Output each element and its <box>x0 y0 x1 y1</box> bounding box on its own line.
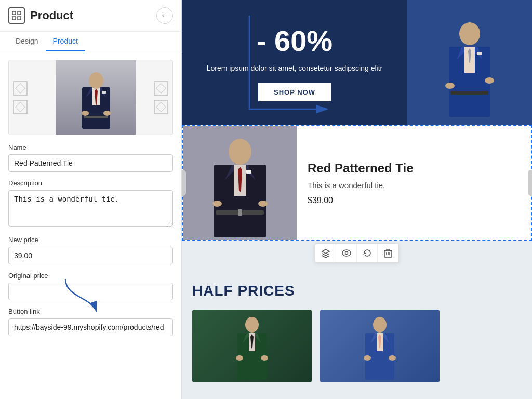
product-card-image <box>183 126 297 240</box>
svg-point-11 <box>82 111 89 116</box>
svg-point-12 <box>103 111 111 116</box>
scroll-handle-left[interactable] <box>182 170 186 196</box>
product-thumb-2 <box>320 310 440 382</box>
svg-rect-36 <box>238 209 242 216</box>
product-grid <box>192 310 522 382</box>
svg-point-59 <box>389 355 396 361</box>
banner-right-image <box>407 0 532 125</box>
svg-point-50 <box>236 355 243 361</box>
banner-discount: - 60% <box>257 24 332 58</box>
original-price-label: Original price <box>8 272 173 280</box>
description-group: Description This is a wonderful tie. <box>8 179 173 229</box>
new-price-group: New price <box>8 236 173 264</box>
product-card-price: $39.00 <box>308 196 521 205</box>
layers-button[interactable] <box>315 244 336 262</box>
banner-left: - 60% Lorem ipsum dolor sit amet, conset… <box>182 0 407 125</box>
panel-header: Product ← <box>0 0 181 32</box>
svg-rect-21 <box>477 52 482 55</box>
product-image-preview <box>8 60 173 135</box>
delete-button[interactable] <box>378 244 398 262</box>
svg-point-49 <box>245 317 259 332</box>
refresh-button[interactable] <box>357 244 378 262</box>
tabs-container: Design Product <box>0 32 181 51</box>
svg-point-34 <box>258 201 268 207</box>
svg-rect-1 <box>18 11 21 15</box>
svg-rect-3 <box>18 17 21 20</box>
banner-section: - 60% Lorem ipsum dolor sit amet, conset… <box>182 0 532 125</box>
product-thumb-1 <box>192 310 312 382</box>
card-toolbar <box>315 243 399 263</box>
description-input[interactable]: This is a wonderful tie. <box>8 190 173 227</box>
product-card-info: Red Patterned Tie This is a wonderful ti… <box>297 126 531 240</box>
svg-point-20 <box>459 22 480 45</box>
svg-point-51 <box>261 355 268 361</box>
svg-point-9 <box>89 72 103 89</box>
svg-point-58 <box>364 355 371 361</box>
svg-point-31 <box>229 139 251 165</box>
new-price-label: New price <box>8 236 173 244</box>
svg-rect-32 <box>246 170 251 174</box>
name-input[interactable] <box>8 154 173 172</box>
half-prices-section: HALF PRICES <box>182 267 532 393</box>
button-link-group: Button link <box>8 308 173 336</box>
product-card-desc: This is a wonderful tie. <box>308 181 521 190</box>
svg-rect-2 <box>12 17 16 20</box>
half-prices-title: HALF PRICES <box>192 283 522 299</box>
name-label: Name <box>8 143 173 151</box>
button-link-input[interactable] <box>8 318 173 336</box>
scroll-handle-right[interactable] <box>528 170 532 196</box>
svg-rect-24 <box>451 91 488 95</box>
tab-product[interactable]: Product <box>46 32 85 51</box>
eye-button[interactable] <box>336 244 357 262</box>
product-card-name: Red Patterned Tie <box>308 161 521 176</box>
button-link-label: Button link <box>8 308 173 315</box>
original-price-input[interactable] <box>8 283 173 300</box>
tab-design[interactable]: Design <box>8 32 46 51</box>
panel-icon <box>8 7 25 24</box>
svg-point-38 <box>345 252 348 255</box>
original-price-group: Original price <box>8 272 173 300</box>
svg-point-33 <box>212 201 222 207</box>
left-panel: Product ← Design Product <box>0 0 182 399</box>
svg-point-37 <box>342 250 351 256</box>
banner-text: Lorem ipsum dolor sit amet, consetetur s… <box>207 63 382 74</box>
form-section: Name Description This is a wonderful tie… <box>0 143 181 352</box>
svg-rect-0 <box>12 11 16 15</box>
shop-now-button[interactable]: SHOP NOW <box>258 83 331 101</box>
panel-title: Product <box>30 9 73 22</box>
description-label: Description <box>8 179 173 187</box>
name-group: Name <box>8 143 173 172</box>
svg-point-57 <box>373 317 387 332</box>
new-price-input[interactable] <box>8 247 173 264</box>
back-button[interactable]: ← <box>156 7 173 24</box>
svg-rect-10 <box>102 91 106 94</box>
product-card-section: Red Patterned Tie This is a wonderful ti… <box>182 125 532 241</box>
panel-header-left: Product <box>8 7 73 24</box>
svg-rect-13 <box>84 116 108 118</box>
right-panel: - 60% Lorem ipsum dolor sit amet, conset… <box>182 0 532 399</box>
svg-point-23 <box>485 77 494 84</box>
svg-point-22 <box>445 83 455 89</box>
